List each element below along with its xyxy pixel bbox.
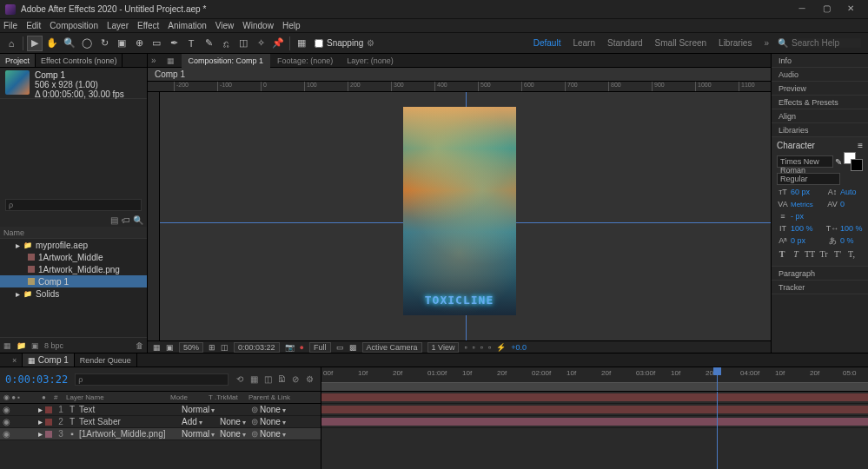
panel-info[interactable]: Info	[772, 54, 868, 68]
view-opt4-icon[interactable]: ▫	[488, 343, 491, 352]
col-layer-name[interactable]: Layer Name	[63, 393, 167, 401]
interpret-footage-icon[interactable]: ▦	[3, 341, 11, 350]
layer-bar[interactable]	[321, 418, 868, 426]
fast-preview-icon[interactable]: ⚡	[496, 343, 506, 352]
col-parent[interactable]: Parent & Link	[245, 393, 294, 401]
project-item[interactable]: 1Artwork_Middle	[0, 251, 147, 263]
project-filter-icon[interactable]: ▤	[109, 215, 119, 225]
composition-preview[interactable]: TOXICLINE	[403, 107, 516, 315]
timeline-timecode[interactable]: 0:00:03:22	[5, 373, 68, 386]
zoom-dropdown[interactable]: 50%	[179, 342, 203, 353]
workspace-standard[interactable]: Standard	[607, 38, 643, 48]
minimize-button[interactable]: ─	[790, 3, 814, 17]
panel-audio[interactable]: Audio	[772, 68, 868, 82]
roi-icon[interactable]: ▭	[336, 343, 344, 352]
composition-canvas[interactable]: TOXICLINE	[148, 92, 771, 340]
panel-effects-presets[interactable]: Effects & Presets	[772, 96, 868, 109]
kerning-value[interactable]: Metrics	[791, 201, 813, 208]
project-search-icon[interactable]: 🔍	[133, 215, 143, 225]
all-caps-button[interactable]: TT	[805, 249, 815, 259]
fill-stroke-swatch[interactable]	[844, 152, 863, 171]
zoom-tool-icon[interactable]: 🔍	[62, 36, 77, 51]
timeline-ruler[interactable]: 00f 10f 20f 01:00f 10f 20f 02:00f 10f 20…	[321, 367, 868, 392]
project-tag-icon[interactable]: 🏷	[121, 215, 131, 225]
menu-edit[interactable]: Edit	[26, 21, 41, 30]
new-folder-icon[interactable]: 📁	[17, 341, 26, 350]
resolution-icon[interactable]: ▣	[166, 343, 174, 352]
col-mode[interactable]: Mode	[167, 393, 205, 401]
resolution-dropdown[interactable]: Full	[309, 342, 331, 353]
subscript-button[interactable]: T,	[846, 249, 857, 259]
menu-layer[interactable]: Layer	[107, 21, 129, 30]
tab-timeline-comp[interactable]: ▦ Comp 1	[23, 353, 75, 367]
safe-zones-icon[interactable]: ⊞	[209, 343, 215, 352]
snapshot-icon[interactable]: 📷	[285, 343, 295, 352]
small-caps-button[interactable]: Tr	[818, 249, 829, 259]
panel-align[interactable]: Align	[772, 109, 868, 123]
camera-tool-icon[interactable]: ▣	[114, 36, 129, 51]
clone-tool-icon[interactable]: ⎌	[218, 36, 234, 51]
eyedropper-icon[interactable]: ✎	[835, 157, 842, 167]
channel-icon[interactable]: ●	[300, 343, 304, 352]
maximize-button[interactable]: ▢	[814, 3, 838, 17]
hand-tool-icon[interactable]: ✋	[44, 36, 60, 51]
tsume-value[interactable]: 0 %	[840, 236, 863, 245]
tracking-value[interactable]: 0	[840, 200, 863, 208]
col-trkmat[interactable]: T .TrkMat	[205, 393, 245, 401]
menu-effect[interactable]: Effect	[137, 21, 159, 30]
layer-bar[interactable]	[321, 393, 868, 401]
camera-dropdown[interactable]: Active Camera	[362, 342, 422, 353]
view-opt2-icon[interactable]: ▫	[473, 343, 475, 352]
roto-tool-icon[interactable]: ✧	[253, 36, 268, 51]
selection-tool-icon[interactable]: ▶	[27, 36, 43, 51]
font-style-dropdown[interactable]: Regular	[777, 173, 840, 185]
workspace-default[interactable]: Default	[533, 38, 561, 48]
superscript-button[interactable]: T'	[832, 249, 843, 259]
workspace-libraries[interactable]: Libraries	[719, 38, 752, 48]
font-size-value[interactable]: 60 px	[791, 188, 813, 196]
project-file-list[interactable]: ▸📁myprofile.aep 1Artwork_Middle 1Artwork…	[0, 239, 147, 337]
project-item[interactable]: Comp 1	[0, 275, 147, 287]
project-search-input[interactable]	[5, 199, 142, 211]
project-item[interactable]: 1Artwork_Middle.png	[0, 263, 147, 275]
menu-animation[interactable]: Animation	[168, 21, 206, 30]
faux-italic-button[interactable]: T	[791, 249, 801, 259]
snapping-checkbox[interactable]	[315, 39, 323, 48]
ruler-horizontal[interactable]: -200-100 0100 200300 400500 600700 80090…	[148, 82, 771, 92]
comp-tab[interactable]: Comp 1	[148, 68, 771, 82]
tab-footage-viewer[interactable]: Footage: (none)	[270, 54, 340, 68]
pan-behind-tool-icon[interactable]: ⊕	[131, 36, 147, 51]
tab-effect-controls[interactable]: Effect Controls (none)	[36, 54, 123, 67]
home-icon[interactable]: ⌂	[3, 36, 19, 51]
menu-window[interactable]: Window	[242, 21, 274, 30]
views-dropdown[interactable]: 1 View	[427, 342, 460, 353]
workspace-learn[interactable]: Learn	[573, 38, 595, 48]
orbit-tool-icon[interactable]: ◯	[79, 36, 95, 51]
panel-tracker[interactable]: Tracker	[772, 281, 868, 294]
visibility-icon[interactable]: ◉	[0, 429, 12, 439]
menu-file[interactable]: File	[3, 21, 17, 30]
mask-icon[interactable]: ◫	[221, 343, 229, 352]
type-tool-icon[interactable]: T	[183, 36, 199, 51]
leading-value[interactable]: Auto	[840, 188, 863, 196]
visibility-icon[interactable]: ◉	[0, 417, 12, 426]
timeline-search-input[interactable]	[75, 373, 229, 386]
snap-options-icon[interactable]: ⚙	[367, 38, 374, 48]
fill-stroke-icon[interactable]: ▦	[294, 36, 309, 51]
workspace-small-screen[interactable]: Small Screen	[655, 38, 706, 48]
layer-row[interactable]: ◉ ▸ 3 ▪ [1Artwork_Middle.png] Normal ▾ N…	[0, 428, 321, 440]
puppet-tool-icon[interactable]: 📌	[270, 36, 286, 51]
close-button[interactable]: ✕	[838, 3, 863, 17]
bpc-label[interactable]: 8 bpc	[44, 341, 63, 350]
delete-icon[interactable]: 🗑	[136, 341, 143, 350]
preview-time[interactable]: 0:00:03:22	[234, 342, 280, 353]
timeline-tracks[interactable]	[321, 392, 868, 469]
menu-composition[interactable]: Composition	[50, 21, 98, 30]
eraser-tool-icon[interactable]: ◫	[235, 36, 251, 51]
menu-help[interactable]: Help	[282, 21, 301, 30]
tl-icon-2[interactable]: ▦	[248, 373, 260, 386]
menu-view[interactable]: View	[215, 21, 235, 30]
new-comp-icon[interactable]: ▣	[31, 341, 39, 350]
brush-tool-icon[interactable]: ✎	[201, 36, 216, 51]
tl-icon-5[interactable]: ⊘	[289, 373, 301, 386]
